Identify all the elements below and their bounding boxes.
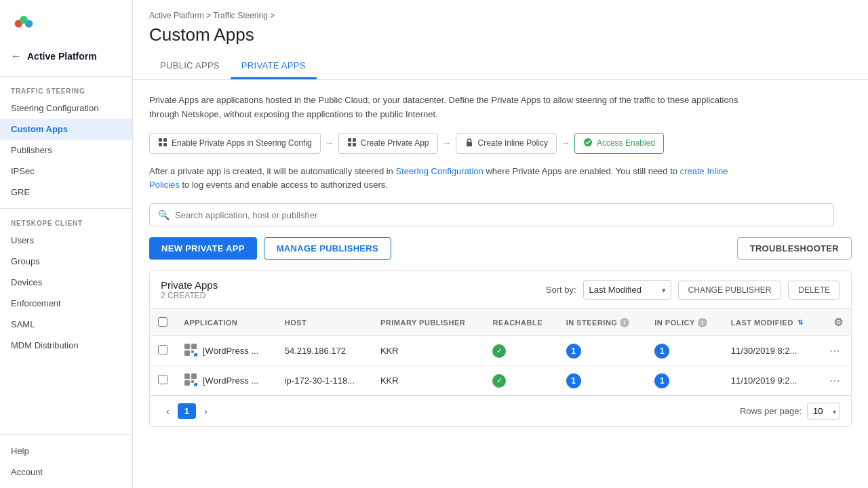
- table-header: APPLICATION HOST PRIMARY PUBLISHER REACH…: [150, 309, 851, 336]
- check-circle-icon: [583, 138, 593, 147]
- row1-last-modified: 11/30/2019 8:2...: [731, 346, 797, 356]
- tabs-container: PUBLIC APPS PRIVATE APPS: [149, 54, 852, 79]
- sidebar-item-enforcement[interactable]: Enforcement: [0, 293, 132, 314]
- sidebar-item-saml[interactable]: SAML: [0, 314, 132, 335]
- row2-in-steering-cell: 1: [558, 366, 647, 396]
- sidebar-platform-item[interactable]: ← Active Platform: [0, 45, 132, 70]
- table-subtitle: 2 CREATED: [161, 291, 218, 300]
- search-input[interactable]: [175, 210, 825, 220]
- last-modified-header: LAST MODIFIED ⇅: [731, 319, 813, 327]
- in-policy-info-icon[interactable]: i: [698, 318, 707, 327]
- info-p2-before: After a private app is created, it will …: [149, 166, 395, 176]
- tab-private-apps[interactable]: PRIVATE APPS: [231, 54, 317, 79]
- search-bar: 🔍: [149, 203, 834, 226]
- sidebar-item-ipsec[interactable]: IPSec: [0, 161, 132, 182]
- row1-app-icon: +: [184, 343, 197, 359]
- row2-application-cell: + [WordPress ...: [176, 366, 277, 396]
- step-enable-label: Enable Private Apps in Steering Config: [172, 138, 312, 148]
- row1-reachable-cell: ✓: [484, 336, 557, 366]
- col-host: HOST: [277, 309, 372, 336]
- sidebar-item-mdm-distribution[interactable]: MDM Distribution: [0, 335, 132, 356]
- row2-in-policy-count: 1: [654, 373, 669, 388]
- steering-config-link[interactable]: Steering Configuration: [395, 166, 483, 176]
- col-checkbox: [150, 309, 176, 336]
- netskope-logo: [11, 11, 37, 37]
- sidebar-item-publishers[interactable]: Publishers: [0, 140, 132, 161]
- step-create-label: Create Private App: [361, 138, 429, 148]
- svg-rect-9: [348, 143, 351, 146]
- new-private-app-button[interactable]: NEW PRIVATE APP: [149, 237, 257, 260]
- col-last-modified: LAST MODIFIED ⇅: [723, 309, 821, 336]
- row2-in-steering-count: 1: [566, 373, 581, 388]
- row2-last-modified: 11/10/2019 9:2...: [731, 375, 797, 386]
- info-paragraph-2: After a private app is created, it will …: [149, 165, 739, 193]
- row2-more-icon[interactable]: ⋯: [829, 375, 840, 386]
- row2-checkbox[interactable]: [158, 375, 167, 384]
- sidebar-item-users[interactable]: Users: [0, 230, 132, 251]
- row1-in-policy-count: 1: [654, 344, 669, 359]
- table-controls: Sort by: Last Modified Name Host CHANGE …: [546, 280, 840, 300]
- sidebar-item-groups[interactable]: Groups: [0, 251, 132, 272]
- svg-rect-20: [191, 373, 197, 379]
- in-steering-info-icon[interactable]: i: [620, 318, 629, 327]
- change-publisher-button[interactable]: CHANGE PUBLISHER: [678, 281, 782, 300]
- sort-select[interactable]: Last Modified Name Host: [583, 280, 671, 300]
- sidebar: ← Active Platform TRAFFIC STEERING Steer…: [0, 0, 133, 488]
- in-steering-header: IN STEERING i: [566, 318, 639, 327]
- step-enable-private-apps[interactable]: Enable Private Apps in Steering Config: [149, 133, 321, 154]
- tab-public-apps[interactable]: PUBLIC APPS: [149, 54, 231, 79]
- svg-rect-6: [163, 143, 167, 146]
- step-create-icon: [347, 138, 357, 149]
- step-create-inline-policy[interactable]: Create Inline Policy: [456, 133, 557, 154]
- svg-rect-3: [159, 138, 162, 142]
- row1-more-icon[interactable]: ⋯: [829, 345, 840, 357]
- svg-rect-10: [353, 143, 356, 146]
- search-icon: 🔍: [158, 209, 170, 220]
- sidebar-item-custom-apps[interactable]: Custom Apps: [0, 119, 132, 140]
- rows-per-page-label: Rows per page:: [740, 406, 802, 416]
- svg-rect-19: [184, 373, 190, 379]
- prev-page-button[interactable]: ‹: [161, 403, 175, 420]
- action-left: NEW PRIVATE APP MANAGE PUBLISHERS: [149, 237, 391, 260]
- step-access-label: Access Enabled: [597, 138, 655, 148]
- troubleshooter-button[interactable]: TROUBLESHOOTER: [737, 237, 852, 260]
- row1-checkbox[interactable]: [158, 345, 167, 354]
- page-title: Custom Apps: [149, 24, 852, 45]
- next-page-button[interactable]: ›: [199, 403, 213, 420]
- svg-rect-22: [191, 380, 194, 383]
- sidebar-item-account[interactable]: Account: [0, 462, 132, 483]
- grid-icon-2: [347, 138, 357, 147]
- svg-rect-5: [159, 143, 162, 146]
- row1-more-cell: ⋯: [821, 336, 851, 366]
- select-all-checkbox[interactable]: [158, 317, 167, 327]
- sidebar-item-devices[interactable]: Devices: [0, 272, 132, 293]
- sidebar-item-steering-configuration[interactable]: Steering Configuration: [0, 98, 132, 119]
- table-row: + [WordPress ... 54.219.186.172 KKR: [150, 336, 851, 366]
- step-access-enabled[interactable]: Access Enabled: [574, 133, 664, 154]
- row1-in-steering-count: 1: [566, 344, 581, 359]
- table-title: Private Apps: [161, 279, 218, 291]
- delete-button[interactable]: DELETE: [788, 281, 840, 300]
- col-primary-publisher: PRIMARY PUBLISHER: [372, 309, 485, 336]
- col-in-policy: IN POLICY i: [646, 309, 723, 336]
- breadcrumb-sep1: >: [206, 11, 213, 20]
- current-page-button[interactable]: 1: [178, 403, 196, 419]
- step-create-private-app[interactable]: Create Private App: [338, 133, 438, 154]
- sidebar-divider-2: [0, 208, 132, 209]
- manage-publishers-button[interactable]: MANAGE PUBLISHERS: [264, 237, 391, 260]
- col-application: APPLICATION: [176, 309, 277, 336]
- lock-icon: [465, 138, 474, 147]
- rows-per-page-select[interactable]: 10 25 50: [807, 403, 840, 420]
- step-access-icon: [583, 138, 593, 149]
- row2-application-name: [WordPress ...: [203, 375, 258, 386]
- pagination-row: ‹ 1 › Rows per page: 10 25 50: [150, 395, 851, 426]
- sidebar-item-help[interactable]: Help: [0, 441, 132, 462]
- row2-reachable-cell: ✓: [484, 366, 557, 396]
- breadcrumb-sep2: >: [270, 11, 275, 20]
- grid-icon: [158, 138, 167, 147]
- settings-gear-icon[interactable]: ⚙: [833, 317, 844, 328]
- sidebar-item-gre[interactable]: GRE: [0, 182, 132, 203]
- svg-rect-14: [191, 344, 197, 349]
- col-reachable-label: REACHABLE: [492, 319, 542, 327]
- row2-publisher: KKR: [380, 375, 399, 386]
